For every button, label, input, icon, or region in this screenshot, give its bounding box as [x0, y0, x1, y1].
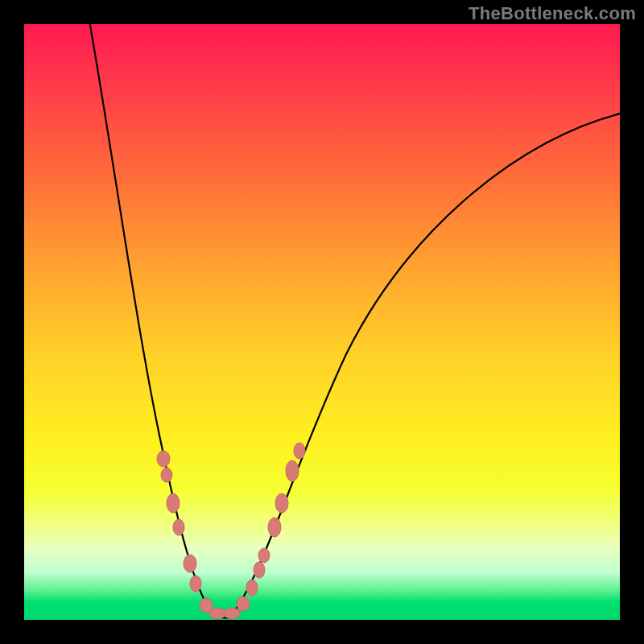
svg-point-8 [224, 608, 240, 619]
svg-point-3 [173, 519, 184, 535]
curves-svg [24, 24, 620, 620]
data-points [157, 443, 305, 619]
watermark-text: TheBottleneck.com [469, 3, 636, 24]
svg-point-12 [258, 548, 270, 563]
svg-point-9 [237, 597, 250, 611]
svg-point-2 [167, 493, 180, 513]
svg-point-15 [286, 460, 299, 481]
chart-container: TheBottleneck.com [0, 0, 644, 644]
svg-point-11 [254, 562, 265, 578]
svg-point-0 [157, 451, 170, 467]
right-curve [229, 113, 620, 618]
svg-point-4 [184, 555, 196, 572]
svg-point-16 [294, 443, 305, 459]
left-curve [89, 24, 213, 616]
plot-gradient-area [24, 24, 620, 620]
svg-point-13 [268, 518, 281, 537]
svg-point-14 [275, 493, 288, 513]
svg-point-7 [209, 608, 225, 619]
svg-point-10 [246, 580, 258, 596]
svg-point-5 [190, 576, 201, 592]
svg-point-1 [161, 468, 172, 482]
